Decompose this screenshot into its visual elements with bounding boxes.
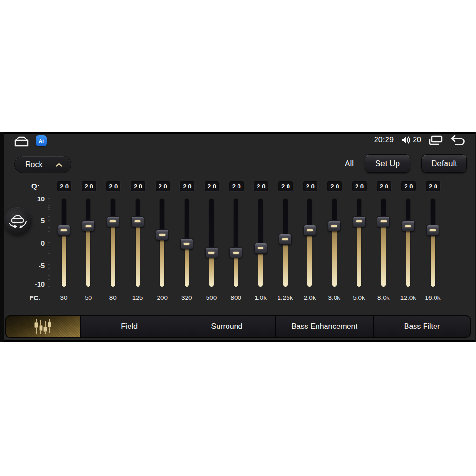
fc-row-label: FC: xyxy=(30,294,40,302)
tab-label: Field xyxy=(121,322,138,331)
ai-app-glyph: Ai xyxy=(39,138,44,144)
q-value-box[interactable]: 2.0 xyxy=(179,181,195,192)
eq-slider-fill xyxy=(381,221,386,287)
preset-dropdown[interactable]: Rock xyxy=(14,156,71,173)
eq-slider-handle[interactable] xyxy=(131,216,144,227)
handle-marker xyxy=(159,234,165,236)
eq-slider-fill xyxy=(406,226,410,287)
eq-slider-handle[interactable] xyxy=(377,216,390,227)
handle-marker xyxy=(258,247,264,249)
eq-slider-fill xyxy=(160,235,164,287)
eq-slider-handle[interactable] xyxy=(180,238,193,249)
recent-apps-icon[interactable] xyxy=(428,135,443,145)
tab-equalizer[interactable] xyxy=(6,316,81,337)
handle-marker xyxy=(405,225,411,227)
eq-slider-handle[interactable] xyxy=(82,220,95,231)
bottom-tab-bar: FieldSurroundBass EnhancementBass Filter xyxy=(5,315,471,338)
eq-slider-handle[interactable] xyxy=(229,247,242,258)
eq-slider-handle[interactable] xyxy=(426,225,439,236)
eq-slider-handle[interactable] xyxy=(254,243,267,254)
gain-scale-label: -10 xyxy=(25,280,45,288)
eq-slider-handle[interactable] xyxy=(303,225,316,236)
eq-slider-handle[interactable] xyxy=(156,229,169,240)
eq-slider-fill xyxy=(111,221,115,287)
q-value-box[interactable]: 2.0 xyxy=(229,181,244,192)
tab-surround[interactable]: Surround xyxy=(178,316,276,337)
handle-marker xyxy=(331,225,337,227)
ai-app-icon[interactable]: Ai xyxy=(36,135,47,146)
eq-slider-handle[interactable] xyxy=(353,216,366,227)
eq-slider-fill xyxy=(62,230,66,287)
tab-bass-enhancement[interactable]: Bass Enhancement xyxy=(276,316,374,337)
handle-marker xyxy=(208,252,215,254)
clock: 20:29 xyxy=(374,136,394,144)
q-value-box[interactable]: 2.0 xyxy=(204,181,219,192)
eq-slider-handle[interactable] xyxy=(402,220,415,231)
eq-slider-fill xyxy=(258,248,263,287)
q-value-box[interactable]: 2.0 xyxy=(377,181,392,192)
tab-bass-filter[interactable]: Bass Filter xyxy=(374,316,470,337)
gain-scale-ruler xyxy=(48,198,50,287)
handle-marker xyxy=(282,238,288,240)
eq-slider-fill xyxy=(185,244,189,287)
q-value-box[interactable]: 2.0 xyxy=(303,181,318,192)
sound-position-button[interactable] xyxy=(4,207,31,235)
eq-slider-fill xyxy=(332,226,337,287)
q-value-box[interactable]: 2.0 xyxy=(155,181,170,192)
eq-slider-handle[interactable] xyxy=(205,247,218,258)
handle-marker xyxy=(85,225,91,227)
volume-level: 20 xyxy=(413,136,421,144)
gain-scale-label: -5 xyxy=(25,262,45,269)
head-unit-screen: Ai 20:29 20 Rock All Set Up Default xyxy=(0,132,476,342)
chevron-up-icon xyxy=(56,163,62,167)
equalizer-sliders-icon xyxy=(32,318,54,335)
setup-button[interactable]: Set Up xyxy=(365,154,410,173)
handle-marker xyxy=(356,220,362,222)
fc-frequency-label: 16.0k xyxy=(418,294,447,301)
q-value-box[interactable]: 2.0 xyxy=(57,181,72,192)
home-icon xyxy=(13,136,30,147)
all-button[interactable]: All xyxy=(345,159,354,169)
q-row-label: Q: xyxy=(31,182,40,190)
eq-slider-fill xyxy=(307,230,312,287)
q-value-box[interactable]: 2.0 xyxy=(327,181,342,192)
handle-marker xyxy=(61,229,67,231)
tab-field[interactable]: Field xyxy=(81,316,178,337)
eq-slider-handle[interactable] xyxy=(58,225,70,236)
eq-slider-handle[interactable] xyxy=(279,234,292,245)
q-value-box[interactable]: 2.0 xyxy=(81,181,97,192)
back-icon[interactable] xyxy=(450,135,466,145)
q-value-box[interactable]: 2.0 xyxy=(352,181,367,192)
eq-slider-fill xyxy=(357,221,361,287)
default-button[interactable]: Default xyxy=(421,154,467,173)
eq-slider-fill xyxy=(431,230,435,287)
eq-slider-handle[interactable] xyxy=(107,216,119,227)
eq-slider-fill xyxy=(283,239,288,287)
preset-selected-label: Rock xyxy=(25,160,42,169)
screen-frame-bottom xyxy=(0,340,476,342)
status-bar-right: 20:29 20 xyxy=(374,135,466,145)
eq-slider-fill xyxy=(86,226,90,287)
eq-slider-handle[interactable] xyxy=(328,220,341,231)
q-value-box[interactable]: 2.0 xyxy=(130,181,146,192)
handle-marker xyxy=(135,220,141,222)
q-value-box[interactable]: 2.0 xyxy=(401,181,416,192)
tab-label: Bass Filter xyxy=(404,322,440,331)
car-surround-sound-icon xyxy=(8,213,27,229)
q-value-box[interactable]: 2.0 xyxy=(253,181,268,192)
header-actions: All Set Up Default xyxy=(345,154,467,173)
screen-frame-top xyxy=(0,132,476,134)
handle-marker xyxy=(430,229,436,231)
handle-marker xyxy=(307,229,313,231)
handle-marker xyxy=(233,252,239,254)
q-value-box[interactable]: 2.0 xyxy=(278,181,293,192)
q-value-box[interactable]: 2.0 xyxy=(426,181,441,192)
handle-marker xyxy=(380,220,387,222)
screen-frame-left xyxy=(0,132,4,342)
tab-label: Bass Enhancement xyxy=(291,322,357,331)
eq-slider-fill xyxy=(136,221,140,287)
volume-indicator[interactable]: 20 xyxy=(401,136,421,144)
home-button[interactable] xyxy=(13,136,30,147)
tab-label: Surround xyxy=(211,322,243,331)
q-value-box[interactable]: 2.0 xyxy=(106,181,121,192)
